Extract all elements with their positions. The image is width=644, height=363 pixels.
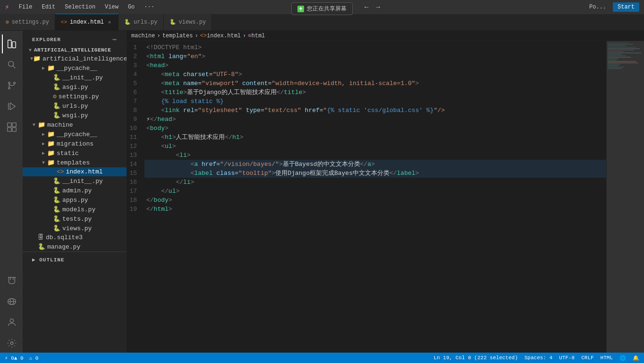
new-file-button[interactable]: ⋯: [113, 35, 117, 43]
tree-apps-py[interactable]: 🐍 apps.py: [23, 195, 127, 205]
python-file-icon: 🐍: [53, 112, 60, 119]
svg-point-7: [8, 87, 10, 89]
status-encoding[interactable]: UTF-8: [559, 355, 575, 361]
code-line-3[interactable]: 3<head>: [127, 61, 644, 70]
breadcrumb-sep-3: ›: [243, 33, 246, 39]
tab-settings[interactable]: ⚙ settings.py: [0, 14, 55, 30]
menu-go[interactable]: Go: [124, 3, 138, 11]
activity-source-control-icon[interactable]: [2, 76, 21, 95]
expand-icon: ▶: [40, 141, 47, 147]
python-file-icon: 🐍: [53, 74, 60, 81]
menu-more[interactable]: ···: [140, 3, 158, 11]
tree-pycache-folder[interactable]: ▶ 📁 __pycache__: [23, 63, 127, 73]
tab-index-html[interactable]: <> index.html ✕: [55, 14, 119, 30]
code-line-9[interactable]: 9⚡</head>: [127, 115, 644, 124]
menu-edit[interactable]: Edit: [38, 3, 59, 11]
code-line-13[interactable]: 13 <li>: [127, 151, 644, 160]
code-line-10[interactable]: 10<body>: [127, 124, 644, 133]
tree-machine-pycache[interactable]: ▶ 📁 __pycache__: [23, 130, 127, 139]
breadcrumb-templates[interactable]: templates: [162, 33, 193, 39]
tree-db-sqlite[interactable]: 🗄 db.sqlite3: [23, 233, 127, 242]
minimap[interactable]: [606, 41, 644, 353]
activity-extensions-icon[interactable]: [2, 118, 21, 137]
tree-asgi-py[interactable]: 🐍 asgi.py: [23, 82, 127, 92]
line-number-19: 19: [127, 205, 144, 214]
db-sqlite-label: db.sqlite3: [46, 234, 83, 241]
tree-urls-py[interactable]: 🐍 urls.py: [23, 101, 127, 111]
code-line-6[interactable]: 6 <title>基于Django的人工智能技术应用</title>: [127, 88, 644, 97]
svg-rect-1: [8, 40, 11, 48]
python-file-icon: 🐍: [53, 102, 60, 110]
activity-remote-icon[interactable]: [2, 292, 21, 311]
title-po-button[interactable]: Po...: [586, 3, 609, 11]
tab-close-button[interactable]: ✕: [107, 19, 112, 26]
sidebar: EXPLORER ⋯ ▼ ARTIFICIAL_INTELLIGENCE ▼ 📁…: [23, 31, 127, 353]
code-line-18[interactable]: 18</body>: [127, 196, 644, 205]
tree-models-py[interactable]: 🐍 models.py: [23, 205, 127, 214]
tree-init-py[interactable]: 🐍 __init__.py: [23, 73, 127, 82]
menu-selection[interactable]: Selection: [61, 3, 99, 11]
line-content-17: </ul>: [144, 187, 644, 196]
tab-urls[interactable]: 🐍 urls.py: [119, 14, 163, 30]
expand-machine-icon: ▼: [30, 122, 38, 128]
status-language[interactable]: HTML: [601, 355, 613, 361]
status-globe-icon[interactable]: 🌐: [619, 355, 626, 361]
breadcrumb-html[interactable]: html: [252, 33, 265, 39]
activity-account-icon[interactable]: [2, 313, 21, 332]
code-line-16[interactable]: 16 </li>: [127, 178, 644, 187]
code-line-8[interactable]: 8 <link rel="stylesheet" type="text/css"…: [127, 106, 644, 115]
tree-wsgi-py[interactable]: 🐍 wsgi.py: [23, 111, 127, 120]
outline-header[interactable]: ▶ OUTLINE: [23, 255, 127, 265]
editor[interactable]: 1<!DOCTYPE html>2<html lang="en">3<head>…: [127, 41, 644, 353]
code-line-19[interactable]: 19</html>: [127, 205, 644, 214]
breadcrumb-index[interactable]: index.html: [207, 33, 241, 39]
tree-settings-py[interactable]: ⚙ settings.py: [23, 92, 127, 101]
tree-root-folder[interactable]: ▼ ARTIFICIAL_INTELLIGENCE: [23, 46, 127, 54]
code-line-4[interactable]: 4 <meta charset="UTF-8">: [127, 70, 644, 79]
code-line-12[interactable]: 12 <ul>: [127, 142, 644, 151]
code-line-7[interactable]: 7 {% load static %}: [127, 97, 644, 106]
tree-static-folder[interactable]: ▶ 📁 static: [23, 148, 127, 158]
tree-templates-folder[interactable]: ▼ 📁 templates: [23, 158, 127, 167]
activity-search-icon[interactable]: [2, 55, 21, 74]
code-line-17[interactable]: 17 </ul>: [127, 187, 644, 196]
tree-manage-py[interactable]: 🐍 manage.py: [23, 242, 127, 251]
status-warnings[interactable]: ⚠ 0: [29, 355, 39, 361]
activity-settings-icon[interactable]: [2, 334, 21, 353]
tree-admin-py[interactable]: 🐍 admin.py: [23, 186, 127, 195]
activity-explorer-icon[interactable]: [2, 35, 21, 53]
status-spaces[interactable]: Spaces: 4: [525, 355, 552, 361]
tree-machine-folder[interactable]: ▼ 📁 machine: [23, 120, 127, 130]
code-line-11[interactable]: 11 <h1>人工智能技术应用</h1>: [127, 133, 644, 142]
menu-view[interactable]: View: [101, 3, 122, 11]
python-file-icon: 🐍: [53, 225, 60, 232]
code-line-15[interactable]: 15 <label class="tooltip">使用Django框架完成Ba…: [127, 169, 644, 178]
outline-expand-icon: ▶: [32, 257, 36, 263]
code-line-5[interactable]: 5 <meta name="viewport" content="width=d…: [127, 79, 644, 88]
tree-migrations-folder[interactable]: ▶ 📁 migrations: [23, 139, 127, 148]
status-bell-icon[interactable]: 🔔: [633, 355, 639, 361]
status-position[interactable]: Ln 19, Col 8 (222 selected): [434, 355, 518, 361]
tests-py-label: tests.py: [62, 216, 92, 223]
breadcrumb-machine[interactable]: machine: [131, 33, 155, 39]
tree-views-py[interactable]: 🐍 views.py: [23, 224, 127, 233]
nav-back-button[interactable]: ←: [361, 1, 372, 13]
tree-index-html[interactable]: <> index.html: [23, 167, 127, 176]
code-line-1[interactable]: 1<!DOCTYPE html>: [127, 43, 644, 52]
tree-machine-init[interactable]: 🐍 __init__.py: [23, 176, 127, 186]
status-errors[interactable]: ⚡ 0▲ 0: [5, 355, 24, 361]
outline-section: ▶ OUTLINE: [23, 251, 127, 268]
nav-forward-button[interactable]: →: [372, 1, 383, 13]
menu-file[interactable]: File: [15, 3, 36, 11]
activity-test-icon[interactable]: [2, 271, 21, 290]
tree-ai-folder[interactable]: ▼ 📁 artificial_intelligence: [23, 54, 127, 63]
status-line-ending[interactable]: CRLF: [581, 355, 593, 361]
start-button[interactable]: Start: [613, 2, 639, 12]
activity-run-icon[interactable]: [2, 97, 21, 116]
code-line-14[interactable]: 14 <a href="/vision/bayes/">基于Bayesd的中文文…: [127, 160, 644, 169]
tree-tests-py[interactable]: 🐍 tests.py: [23, 214, 127, 224]
static-folder-label: static: [57, 150, 79, 157]
code-line-2[interactable]: 2<html lang="en">: [127, 52, 644, 61]
tab-views[interactable]: 🐍 views.py: [164, 14, 212, 30]
apps-py-label: apps.py: [62, 197, 88, 204]
